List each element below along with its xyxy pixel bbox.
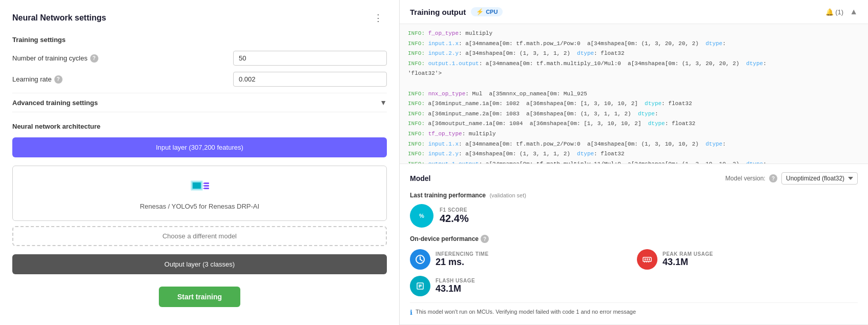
ram-icon: [642, 254, 652, 265]
warning-text: This model won't run on MCUs. Verifying …: [416, 308, 636, 316]
right-panel: Training output ⚡ CPU 🔔 (1) ▲ INFO: f_op…: [400, 0, 868, 325]
model-section-title: Model: [410, 174, 430, 182]
flash-label: FLASH USAGE: [436, 278, 475, 283]
choose-model-button[interactable]: Choose a different model: [12, 226, 387, 246]
advanced-chevron-icon: ▼: [380, 98, 387, 107]
log-line: INFO: output.1.output: a[34mnamea[0m: tf…: [408, 59, 860, 69]
log-line: INFO: tf_op_type: multiply: [408, 130, 860, 139]
svg-line-11: [420, 259, 422, 261]
model-section: Model Model version: ? Unoptimized (floa…: [400, 164, 868, 325]
training-output-title: Training output: [410, 8, 466, 16]
cycles-help-icon[interactable]: ?: [90, 54, 98, 63]
model-section-header: Model Model version: ? Unoptimized (floa…: [410, 172, 858, 185]
panel-header: Neural Network settings ⋮: [12, 10, 387, 26]
arch-label: Neural network architecture: [12, 123, 387, 130]
peak-ram-label: PEAK RAM USAGE: [663, 251, 713, 257]
cycles-input[interactable]: [233, 51, 387, 66]
clock-icon: [415, 254, 425, 265]
svg-rect-2: [193, 182, 201, 189]
peak-ram-item: PEAK RAM USAGE 43.1M: [637, 249, 858, 270]
warning-info-icon: ℹ: [410, 309, 412, 316]
model-icon: [190, 176, 210, 198]
cpu-badge: ⚡ CPU: [471, 7, 503, 16]
training-output-header: Training output ⚡ CPU 🔔 (1) ▲: [400, 0, 868, 24]
log-line: INFO: f_op_type: multiply: [408, 29, 860, 38]
f1-circle: %: [410, 204, 433, 228]
cpu-label: CPU: [486, 9, 498, 15]
flash-icon: [415, 281, 425, 291]
log-line: INFO: input.1.x: a[34mnamea[0m: tf.math.…: [408, 140, 860, 149]
learning-rate-label: Learning rate ?: [12, 75, 63, 84]
last-training-label: Last training performance (validation se…: [410, 192, 858, 199]
log-line: [408, 79, 860, 89]
version-help-icon[interactable]: ?: [769, 174, 777, 182]
svg-rect-13: [645, 258, 646, 260]
f1-score-value: 42.4%: [440, 213, 469, 225]
svg-rect-15: [649, 258, 650, 260]
advanced-label: Advanced training settings: [12, 99, 98, 107]
notification-button[interactable]: 🔔 (1): [825, 8, 843, 16]
inferencing-item: INFERENCING TIME 21 ms.: [410, 249, 631, 270]
bell-icon: 🔔: [825, 8, 834, 16]
log-line: INFO: a[36minput_name.1a[0m: 1082 a[36ms…: [408, 99, 860, 109]
peak-ram-value: 43.1M: [663, 257, 713, 268]
flash-circle: [410, 276, 430, 296]
flash-value: 43.1M: [436, 283, 475, 294]
collapse-button[interactable]: ▲: [850, 7, 858, 16]
more-options-button[interactable]: ⋮: [369, 10, 387, 26]
inferencing-circle: [410, 249, 430, 270]
warning-row: ℹ This model won't run on MCUs. Verifyin…: [410, 302, 858, 316]
cycles-label: Number of training cycles ?: [12, 54, 98, 63]
log-line: INFO: output.1.output: a[34mnamea[0m: tf…: [408, 160, 860, 164]
f1-score-label: F1 SCORE: [440, 207, 469, 213]
svg-rect-5: [204, 188, 209, 189]
log-line: INFO: input.1.x: a[34mnamea[0m: tf.math.…: [408, 39, 860, 49]
advanced-settings-row[interactable]: Advanced training settings ▼: [12, 93, 387, 112]
log-area: INFO: f_op_type: multiplyINFO: input.1.x…: [400, 24, 868, 164]
input-layer-button[interactable]: Input layer (307,200 features): [12, 137, 387, 157]
svg-rect-3: [204, 182, 209, 184]
perf-grid: INFERENCING TIME 21 ms.: [410, 249, 858, 296]
log-line: INFO: input.2.y: a[34mshapea[0m: (1, 3, …: [408, 150, 860, 159]
inferencing-value: 21 ms.: [436, 257, 489, 268]
flash-info: FLASH USAGE 43.1M: [436, 278, 475, 294]
log-line: INFO: a[36moutput_name.1a[0m: 1084 a[36m…: [408, 119, 860, 129]
start-training-button[interactable]: Start training: [159, 287, 240, 307]
cycles-row: Number of training cycles ?: [12, 51, 387, 66]
left-panel: Neural Network settings ⋮ Training setti…: [0, 0, 400, 325]
f1-circle-label: %: [419, 213, 424, 219]
header-right: 🔔 (1) ▲: [825, 7, 858, 16]
peak-ram-info: PEAK RAM USAGE 43.1M: [663, 251, 713, 268]
f1-info: F1 SCORE 42.4%: [440, 207, 469, 225]
log-line: 'float32'>: [408, 69, 860, 78]
notification-count: (1): [835, 8, 843, 16]
flash-item: FLASH USAGE 43.1M: [410, 276, 631, 296]
panel-title: Neural Network settings: [12, 13, 106, 23]
log-line: INFO: input.2.y: a[34mshapea[0m: (1, 3, …: [408, 49, 860, 58]
on-device-help-icon[interactable]: ?: [481, 235, 489, 243]
inferencing-info: INFERENCING TIME 21 ms.: [436, 251, 489, 268]
svg-rect-14: [647, 258, 648, 260]
model-card: Renesas / YOLOv5 for Renesas DRP-AI: [12, 166, 387, 221]
model-version-select[interactable]: Unoptimized (float32): [781, 172, 858, 185]
log-line: INFO: a[36minput_name.2a[0m: 1083 a[36ms…: [408, 110, 860, 119]
peak-ram-circle: [637, 249, 657, 270]
model-name: Renesas / YOLOv5 for Renesas DRP-AI: [140, 202, 259, 210]
learning-rate-help-icon[interactable]: ?: [54, 75, 63, 84]
last-training-sub: (validation set): [489, 192, 526, 198]
lightning-icon: ⚡: [476, 8, 484, 15]
learning-rate-row: Learning rate ?: [12, 72, 387, 87]
log-line: INFO: nnx_op_type: Mul a[35mnnx_op_namea…: [408, 90, 860, 99]
training-settings-label: Training settings: [12, 36, 387, 44]
output-layer-button[interactable]: Output layer (3 classes): [12, 254, 387, 274]
learning-rate-input[interactable]: [233, 72, 387, 87]
svg-rect-4: [204, 185, 209, 187]
f1-row: % F1 SCORE 42.4%: [410, 204, 858, 228]
model-version-row: Model version: ? Unoptimized (float32): [726, 172, 858, 185]
model-version-label: Model version: ?: [726, 174, 777, 182]
on-device-label: On-device performance ?: [410, 235, 858, 243]
title-row: Training output ⚡ CPU: [410, 7, 503, 16]
inferencing-label: INFERENCING TIME: [436, 251, 489, 257]
